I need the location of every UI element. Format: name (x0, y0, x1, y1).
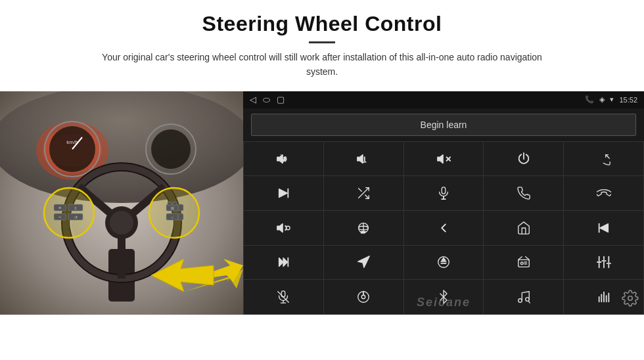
svg-marker-44 (357, 154, 363, 163)
svg-text:360°: 360° (361, 231, 366, 234)
svg-text:−: − (58, 215, 61, 219)
power-button[interactable] (484, 142, 563, 176)
svg-line-54 (359, 189, 362, 192)
page-container: Steering Wheel Control Your original car… (0, 0, 644, 360)
next-track-button[interactable] (244, 176, 323, 210)
svg-marker-67 (283, 258, 287, 267)
camera-360-button[interactable]: 360° (324, 211, 403, 245)
page-title: Steering Wheel Control (39, 12, 605, 36)
settings-knob-button[interactable] (324, 280, 403, 314)
svg-rect-35 (178, 204, 183, 211)
status-bar: ◁ ⬭ ▢ 📞 ◈ ▾ 15:52 (243, 91, 644, 108)
header-section: Steering Wheel Control Your original car… (0, 0, 644, 86)
radio-button[interactable] (484, 246, 563, 280)
eject-button[interactable] (404, 246, 484, 280)
title-divider (309, 41, 335, 43)
shuffle-button[interactable] (324, 176, 403, 210)
svg-point-103 (628, 296, 633, 301)
vol-up-button[interactable]: + (244, 142, 323, 176)
android-panel: ◁ ⬭ ▢ 📞 ◈ ▾ 15:52 Begin learn (243, 91, 644, 315)
svg-line-49 (605, 154, 609, 158)
settings-gear-icon[interactable] (622, 290, 639, 311)
home-button[interactable] (484, 211, 563, 245)
svg-line-53 (365, 195, 369, 199)
clock: 15:52 (619, 96, 637, 104)
svg-marker-58 (277, 223, 283, 232)
svg-marker-66 (279, 258, 283, 267)
nav-icons: ◁ ⬭ ▢ (250, 95, 285, 105)
svg-text:+: + (282, 157, 285, 163)
skip-back-button[interactable] (564, 211, 643, 245)
svg-point-77 (520, 262, 523, 265)
mic-button[interactable] (404, 176, 484, 210)
subtitle-text: Your original car's steering wheel contr… (92, 50, 552, 79)
svg-marker-69 (358, 256, 369, 267)
svg-marker-71 (442, 258, 446, 261)
svg-rect-31 (168, 202, 172, 206)
svg-text:+: + (58, 206, 61, 210)
svg-text:≡: ≡ (74, 206, 77, 210)
svg-point-10 (151, 129, 191, 169)
navigate-button[interactable] (324, 246, 403, 280)
car-image-panel: km/h (0, 91, 243, 315)
speaker-button[interactable] (244, 211, 323, 245)
svg-rect-36 (178, 214, 183, 220)
content-row: km/h (0, 91, 644, 360)
home-nav-icon[interactable]: ⬭ (263, 95, 270, 105)
music-note-button[interactable] (484, 280, 563, 314)
back-arrow-button[interactable] (404, 211, 484, 245)
svg-text:○: ○ (171, 215, 173, 219)
svg-line-97 (528, 301, 530, 303)
icon-grid: + (243, 141, 644, 315)
fast-forward-button[interactable] (244, 246, 323, 280)
mute-button[interactable] (404, 142, 484, 176)
phone-call-button[interactable] (484, 176, 563, 210)
status-right: 📞 ◈ ▾ 15:52 (585, 95, 637, 104)
phone-icon: 📞 (585, 95, 594, 104)
svg-point-96 (526, 298, 530, 302)
svg-rect-55 (442, 187, 446, 194)
bluetooth-button[interactable] (404, 280, 484, 314)
phone-prev-button[interactable] (564, 142, 643, 176)
mic2-button[interactable] (244, 280, 323, 314)
recents-nav-icon[interactable]: ▢ (277, 95, 285, 104)
wifi-icon: ▾ (610, 95, 614, 104)
svg-marker-50 (279, 189, 288, 198)
equalizer-button[interactable] (564, 246, 643, 280)
begin-learn-row: Begin learn (243, 108, 644, 141)
svg-marker-64 (599, 223, 608, 232)
svg-point-18 (110, 211, 133, 235)
svg-text:⊞: ⊞ (171, 206, 174, 210)
svg-point-28 (149, 188, 199, 238)
location-icon: ◈ (599, 95, 605, 104)
svg-text:↺: ↺ (74, 215, 78, 219)
begin-learn-button[interactable]: Begin learn (251, 114, 636, 136)
hang-up-button[interactable] (564, 176, 643, 210)
svg-rect-32 (173, 202, 177, 206)
svg-marker-46 (438, 154, 443, 163)
vol-down-button[interactable] (324, 142, 403, 176)
back-nav-icon[interactable]: ◁ (250, 95, 256, 104)
svg-rect-74 (518, 260, 530, 267)
svg-point-19 (44, 188, 94, 238)
car-scene-svg: km/h (0, 91, 243, 315)
android-panel-wrapper: ◁ ⬭ ▢ 📞 ◈ ▾ 15:52 Begin learn (243, 91, 644, 315)
svg-point-95 (518, 299, 522, 303)
